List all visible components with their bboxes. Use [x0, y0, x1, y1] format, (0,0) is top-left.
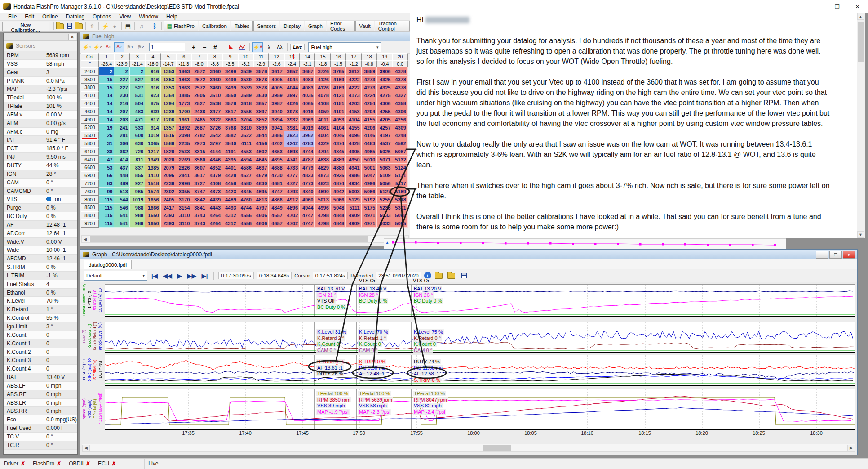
fuel-row-header[interactable]: 5800 — [81, 139, 99, 147]
fuel-cell[interactable]: 855 — [130, 171, 145, 179]
fuel-cell[interactable]: 3460 — [207, 84, 222, 92]
fuel-cell[interactable]: 3726 — [207, 124, 222, 132]
fuel-cell[interactable]: 489 — [114, 179, 129, 188]
fuel-cell[interactable]: 4206 — [362, 124, 377, 132]
fuel-cell[interactable]: 3657 — [253, 99, 269, 107]
new-calibration-button[interactable]: New Calibration... — [2, 22, 49, 31]
sensor-row[interactable]: K.Control55 % — [4, 314, 77, 322]
fuel-cell[interactable]: 4044 — [284, 84, 300, 92]
fuel-cell[interactable]: 4222 — [346, 84, 361, 92]
fuel-cell[interactable]: 115 — [99, 211, 114, 219]
fuel-cell[interactable]: 3539 — [238, 67, 253, 76]
fuel-cell[interactable]: 4155 — [362, 116, 377, 124]
skip-start-button[interactable]: |◀ — [150, 272, 159, 279]
fuel-row-header[interactable]: 6100 — [81, 147, 99, 156]
fuel-cell[interactable]: 4312 — [222, 211, 238, 219]
sensor-row[interactable]: K.Count.20 — [4, 348, 77, 357]
fuel-cell[interactable]: 4257 — [377, 124, 392, 132]
fuel-cell[interactable]: 3510 — [207, 91, 222, 99]
add-button[interactable]: + — [189, 42, 199, 52]
open-calibration-icon[interactable] — [55, 22, 65, 31]
fuel-cell[interactable]: 2020 — [161, 156, 176, 164]
fuel-cell[interactable]: 5066 — [331, 196, 346, 204]
view-button-tables[interactable]: Tables — [231, 21, 253, 31]
fuel-cell[interactable]: 4698 — [284, 147, 300, 156]
export-icon[interactable] — [447, 271, 456, 280]
fuel-cell[interactable]: 3841 — [191, 204, 207, 212]
fuel-cell[interactable]: 4941 — [346, 164, 361, 172]
fuel-cell[interactable]: 4909 — [346, 219, 361, 228]
fuel-cell[interactable]: 1065 — [145, 139, 160, 147]
sensor-row[interactable]: ABS.RR0 mph — [4, 407, 77, 415]
fuel-cell[interactable]: 1518 — [145, 179, 160, 188]
sensor-row[interactable]: ABS.LF0 mph — [4, 382, 77, 390]
fuel-column-header[interactable]: 3 — [130, 53, 145, 60]
fuel-cell[interactable]: 1516 — [161, 131, 176, 139]
fuel-cell[interactable]: 1661 — [176, 116, 191, 124]
fuel-cell[interactable]: 4794 — [315, 147, 330, 156]
sensor-row[interactable]: ABS.LR0 mph — [4, 399, 77, 407]
fuel-cell[interactable]: 513 — [114, 188, 129, 196]
fuel-cell[interactable]: 4645 — [253, 156, 269, 164]
sensor-row[interactable]: K.Retard1 ° — [4, 305, 77, 314]
fuel-cell[interactable]: 4773 — [300, 179, 315, 188]
fuel-cell[interactable]: 544 — [114, 196, 129, 204]
fuel-cell[interactable]: 4873 — [315, 171, 330, 179]
fuel-cell[interactable]: 726 — [130, 147, 145, 156]
fuel-cell[interactable]: 527 — [130, 84, 145, 92]
fuel-column-header[interactable]: 16 — [331, 53, 346, 60]
fuel-cell[interactable]: 4483 — [362, 139, 377, 147]
fuel-column-header[interactable]: 19 — [377, 53, 392, 60]
fuel-cell[interactable]: 1357 — [161, 124, 176, 132]
increase-1-icon[interactable]: ^1 — [103, 42, 113, 52]
fuel-cell[interactable]: 3987 — [269, 99, 284, 107]
fuel-cell[interactable]: 1656 — [145, 196, 160, 204]
view-button-sensors[interactable]: Sensors — [253, 21, 279, 31]
fuel-row-header[interactable]: 4100 — [81, 91, 99, 99]
quick-flash-2-icon[interactable]: ⚡2 — [93, 42, 102, 52]
fuel-cell[interactable]: 2687 — [191, 124, 207, 132]
fuel-cell[interactable]: 3932 — [284, 116, 300, 124]
fuel-cell[interactable]: 600 — [130, 131, 145, 139]
open-datalog-icon[interactable] — [74, 22, 84, 31]
fuel-cell[interactable]: 53 — [99, 164, 114, 172]
fuel-cell[interactable]: 4606 — [253, 219, 269, 228]
sensor-row[interactable]: ECT185.0 ° F — [4, 144, 77, 153]
fuel-cell[interactable]: 4909 — [346, 211, 361, 219]
fuel-cell[interactable]: 4580 — [238, 179, 253, 188]
sensor-row[interactable]: K.Count.10 — [4, 339, 77, 348]
fuel-row-header[interactable]: 9200 — [81, 219, 99, 228]
fuel-cell[interactable]: 115 — [99, 196, 114, 204]
fuel-row-header[interactable]: 3800 — [81, 84, 99, 92]
scroll-thumb[interactable] — [483, 445, 511, 451]
fuel-cell[interactable]: 83 — [99, 179, 114, 188]
fuel-cell[interactable]: 5192 — [362, 196, 377, 204]
fuel-column-header[interactable]: 17 — [346, 53, 361, 60]
graph-window-titlebar[interactable]: Graph - C:\Users\dande\Desktop\datalog00… — [80, 250, 857, 259]
fuel-cell[interactable]: 3969 — [300, 116, 315, 124]
fuel-cell[interactable]: 1820 — [161, 147, 176, 156]
sensor-row[interactable]: AFM.v0.00 V — [4, 111, 77, 119]
fuel-cell[interactable]: 4153 — [346, 107, 361, 116]
fuel-cell[interactable]: 4695 — [253, 188, 269, 196]
fuel-cell[interactable]: 115 — [99, 219, 114, 228]
fuel-cell[interactable]: 546 — [114, 204, 129, 212]
fuel-cell[interactable]: 3941 — [269, 124, 284, 132]
sensor-row[interactable]: Gear3 — [4, 68, 77, 77]
fuel-column-header[interactable]: 5 — [161, 53, 176, 60]
fuel-cell[interactable]: 1892 — [176, 124, 191, 132]
fuel-cell[interactable]: 4126 — [315, 76, 330, 84]
fuel-cell[interactable]: 4679 — [253, 171, 269, 179]
fuel-row-header[interactable]: 7200 — [81, 179, 99, 188]
save-icon[interactable] — [459, 271, 469, 280]
fuel-cell[interactable]: 471 — [130, 116, 145, 124]
fuel-cell[interactable]: 2393 — [161, 219, 176, 228]
pin-1-icon[interactable]: ⚑1 — [125, 42, 135, 52]
fuel-cell[interactable]: 4428 — [346, 139, 361, 147]
fuel-cell[interactable]: 5124 — [392, 164, 407, 172]
rewind-button[interactable]: ◀◀ — [162, 272, 173, 279]
fuel-cell[interactable]: 4202 — [269, 139, 284, 147]
fuel-cell[interactable]: 4169 — [331, 76, 346, 84]
fuel-cell[interactable]: 4395 — [222, 156, 238, 164]
scroll-left-icon[interactable]: ◀ — [82, 445, 90, 451]
